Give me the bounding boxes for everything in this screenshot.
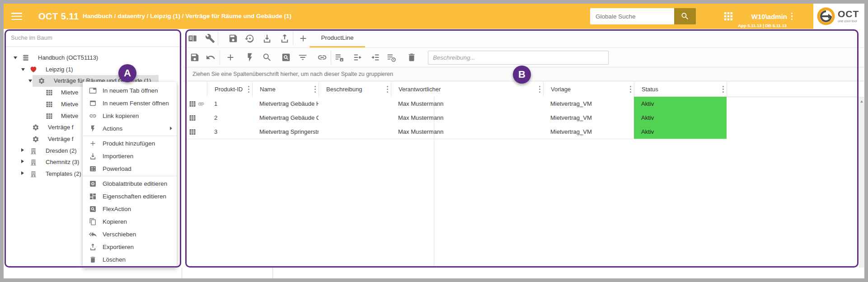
- caret-down-icon[interactable]: [28, 80, 32, 82]
- expand-columns-icon[interactable]: [371, 52, 380, 62]
- restore-icon[interactable]: [245, 33, 255, 43]
- cell-beschreibung: [319, 111, 391, 125]
- caret-down-icon[interactable]: [21, 68, 25, 71]
- breadcrumb[interactable]: Handbuch / dataentry / Leipzig (1) / Ver…: [83, 4, 291, 29]
- tree-node-handbuch[interactable]: Handbuch (OCT51113): [5, 52, 183, 64]
- header-produkt-id[interactable]: Produkt-ID: [207, 82, 252, 97]
- menu-item-flexaction[interactable]: FlexAction: [83, 202, 177, 215]
- cell-beschreibung: [319, 97, 391, 111]
- logo-text: OCT: [838, 9, 859, 19]
- global-search-input[interactable]: [590, 8, 674, 24]
- column-menu-icon[interactable]: [387, 86, 389, 93]
- menu-item-copy[interactable]: Kopieren: [83, 215, 177, 228]
- history-layout-icon[interactable]: [386, 52, 396, 62]
- logo-subtext: one cool tool: [838, 19, 859, 23]
- menu-item-actions[interactable]: Actions: [83, 122, 177, 135]
- cell-name: Mietvertrag Gebäude Hainstr. 9: [252, 97, 319, 111]
- hamburger-menu-icon[interactable]: [11, 13, 22, 20]
- caret-down-icon[interactable]: [14, 56, 17, 59]
- add-row-icon[interactable]: [225, 52, 235, 62]
- paperclip-icon: [198, 101, 204, 107]
- menu-item-edit-properties[interactable]: Eigenschaften editieren: [83, 190, 177, 202]
- divider: [182, 268, 182, 278]
- header-status[interactable]: Status: [634, 82, 727, 97]
- trash-icon[interactable]: [407, 52, 417, 62]
- tree-search[interactable]: Suche im Baum: [5, 29, 183, 47]
- table-row[interactable]: 2 Mietvertrag Gebäude Goethestr. 1 Max M…: [185, 111, 727, 125]
- table-icon: [46, 101, 53, 108]
- save-icon[interactable]: [228, 33, 238, 43]
- menu-item-delete[interactable]: Löschen: [83, 253, 177, 266]
- tree-search-placeholder: Suche im Baum: [11, 29, 52, 47]
- table-row[interactable]: 1 Mietvertrag Gebäude Hainstr. 9 Max Mus…: [185, 97, 727, 111]
- column-menu-icon[interactable]: [630, 86, 632, 93]
- product-toolbar: ProductLine: [183, 29, 864, 48]
- menu-item-powerload[interactable]: Powerload: [83, 162, 177, 175]
- column-menu-icon[interactable]: [248, 86, 250, 93]
- cell-name: Mietvertrag Springerstr. 3: [252, 125, 319, 139]
- wrench-icon[interactable]: [205, 33, 215, 43]
- menu-item-add-product[interactable]: Produkt hinzufügen: [83, 137, 177, 150]
- grid-header: Produkt-ID Name Beschreibung Verantwortl…: [185, 82, 864, 97]
- table-row[interactable]: 3 Mietvertrag Springerstr. 3 Max Musterm…: [185, 125, 727, 139]
- caret-right-icon[interactable]: [21, 148, 24, 152]
- column-menu-icon[interactable]: [539, 86, 541, 93]
- save-layout-icon[interactable]: [334, 52, 344, 62]
- header-filler: [727, 82, 864, 97]
- gear-icon: [32, 136, 39, 143]
- search-icon[interactable]: [262, 52, 272, 62]
- export-icon: [89, 243, 97, 251]
- status-badge: Aktiv: [634, 125, 727, 139]
- menu-item-import[interactable]: Importieren: [83, 150, 177, 162]
- header-beschreibung[interactable]: Beschreibung: [319, 82, 391, 97]
- actions-bolt-icon[interactable]: [245, 52, 255, 62]
- undo-icon[interactable]: [206, 52, 216, 62]
- menu-item-open-new-window[interactable]: In neuem Fenster öffnen: [83, 97, 177, 109]
- search-button[interactable]: [674, 8, 696, 24]
- add-tab-icon[interactable]: [298, 33, 308, 43]
- header-name[interactable]: Name: [252, 82, 319, 97]
- link-icon[interactable]: [317, 52, 327, 62]
- column-menu-icon[interactable]: [723, 86, 724, 93]
- header-icon-column: [185, 82, 207, 97]
- cell-produkt-id: 2: [207, 111, 252, 125]
- table-icon: [189, 128, 196, 136]
- status-badge: Aktiv: [634, 97, 727, 111]
- detail-view-icon[interactable]: [188, 33, 197, 43]
- caret-right-icon[interactable]: [21, 171, 24, 175]
- save-icon[interactable]: [190, 52, 200, 62]
- move-icon: [89, 230, 97, 238]
- filter-icon[interactable]: [298, 52, 308, 62]
- caret-right-icon[interactable]: [21, 160, 24, 163]
- export-icon[interactable]: [280, 33, 290, 43]
- import-icon[interactable]: [262, 33, 272, 43]
- context-menu: In neuem Tab öffnen In neuem Fenster öff…: [83, 82, 177, 268]
- scroll-up-icon[interactable]: [860, 100, 863, 103]
- heart-icon: [30, 66, 37, 73]
- blocks-icon: [89, 193, 97, 200]
- column-menu-icon[interactable]: [314, 86, 316, 93]
- user-kebab-icon[interactable]: [791, 13, 793, 20]
- top-bar: OCT 5.11 Handbuch / dataentry / Leipzig …: [4, 4, 864, 29]
- tree-node-leipzig[interactable]: Leipzig (1): [5, 64, 183, 75]
- vertical-scrollbar[interactable]: [859, 97, 864, 268]
- description-filter-input[interactable]: [428, 51, 608, 64]
- menu-item-export[interactable]: Exportieren: [83, 240, 177, 253]
- menu-item-edit-global-attributes[interactable]: Globalattribute editieren: [83, 177, 177, 190]
- username: W10\admin: [751, 13, 787, 20]
- menu-item-open-new-tab[interactable]: In neuem Tab öffnen: [83, 84, 177, 97]
- group-by-bar[interactable]: Ziehen Sie eine Spaltenüberschrift hierh…: [183, 67, 864, 81]
- cell-produkt-id: 1: [207, 97, 252, 111]
- header-vorlage[interactable]: Vorlage: [543, 82, 634, 97]
- header-verantwortlicher[interactable]: Verantwortlicher: [391, 82, 543, 97]
- table-icon: [189, 114, 196, 122]
- apps-grid-icon[interactable]: [724, 12, 732, 20]
- oct-logo-icon: [816, 6, 836, 26]
- advanced-search-icon[interactable]: [281, 52, 291, 62]
- cell-verantwortlicher: Max Mustermann: [391, 125, 543, 139]
- tab-productline[interactable]: ProductLine: [310, 29, 365, 47]
- building-icon: [30, 159, 37, 166]
- menu-item-copy-link[interactable]: Link kopieren: [83, 109, 177, 122]
- collapse-columns-icon[interactable]: [352, 52, 362, 62]
- menu-item-move[interactable]: Verschieben: [83, 228, 177, 240]
